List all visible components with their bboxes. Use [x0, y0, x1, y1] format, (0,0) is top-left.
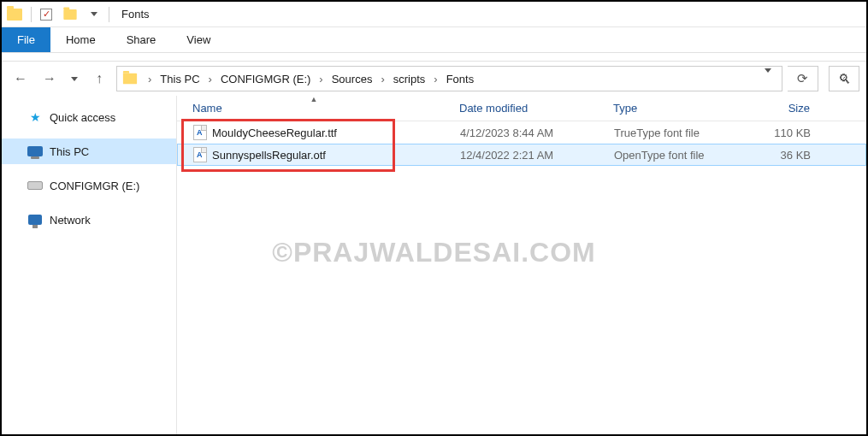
app-folder-icon	[7, 9, 22, 21]
arrow-up-icon: ↑	[96, 71, 103, 86]
qat-customize-button[interactable]	[85, 5, 103, 24]
star-icon: ★	[27, 110, 43, 124]
file-type: TrueType font file	[605, 127, 738, 139]
forward-button[interactable]: →	[38, 67, 62, 91]
separator	[31, 7, 32, 22]
sidebar-item-network[interactable]: Network	[2, 207, 176, 233]
up-button[interactable]: ↑	[87, 67, 111, 91]
crumb-scripts[interactable]: scripts	[390, 73, 429, 85]
recent-locations-button[interactable]	[67, 67, 82, 91]
file-size: 110 KB	[738, 127, 819, 139]
sort-asc-icon: ▲	[310, 95, 318, 103]
file-date: 4/12/2023 8:44 AM	[452, 127, 605, 139]
crumb-fonts[interactable]: Fonts	[443, 73, 478, 85]
ribbon-tabs: File Home Share View	[2, 27, 866, 53]
checkbox-icon: ✓	[40, 9, 52, 21]
explorer-window: ✓ Fonts File Home Share View ← → ↑ › Thi…	[0, 0, 868, 436]
sidebar-item-label: Network	[50, 214, 91, 227]
network-icon	[27, 213, 43, 227]
sidebar-item-label: Quick access	[50, 111, 115, 124]
tab-file[interactable]: File	[2, 27, 50, 52]
file-list-pane: Name ▲ Date modified Type Size MouldyChe…	[177, 96, 866, 434]
file-date: 12/4/2022 2:21 AM	[452, 149, 605, 162]
arrow-right-icon: →	[43, 71, 56, 86]
sidebar-item-drive[interactable]: CONFIGMGR (E:)	[2, 173, 176, 198]
file-type: OpenType font file	[605, 149, 738, 162]
search-button[interactable]: 🔍︎	[829, 66, 859, 91]
tab-home[interactable]: Home	[50, 27, 111, 52]
sidebar-item-label: CONFIGMGR (E:)	[50, 180, 139, 192]
col-size[interactable]: Size	[737, 96, 818, 121]
col-date[interactable]: Date modified	[451, 96, 605, 121]
arrow-left-icon: ←	[14, 71, 27, 86]
crumb-sep-icon[interactable]: ›	[379, 73, 386, 85]
pc-icon	[27, 144, 43, 158]
navigation-pane: ★ Quick access This PC CONFIGMGR (E:) Ne…	[2, 96, 177, 434]
address-bar[interactable]: › This PC › CONFIGMGR (E:) › Sources › s…	[116, 66, 782, 91]
crumb-sep-icon[interactable]: ›	[207, 73, 214, 85]
back-button[interactable]: ←	[9, 67, 32, 91]
chevron-down-icon	[91, 12, 97, 16]
crumb-sources[interactable]: Sources	[328, 73, 376, 85]
window-title: Fonts	[121, 8, 150, 21]
table-row[interactable]: SunnyspellsRegular.otf 12/4/2022 2:21 AM…	[177, 144, 866, 166]
col-name[interactable]: Name ▲	[177, 96, 451, 121]
separator	[109, 7, 109, 22]
sidebar-item-label: This PC	[50, 145, 89, 158]
crumb-drive[interactable]: CONFIGMGR (E:)	[217, 73, 314, 85]
ribbon-collapsed-bar	[2, 53, 866, 62]
sidebar-item-this-pc[interactable]: This PC	[2, 138, 176, 164]
chevron-down-icon	[71, 77, 78, 81]
table-row[interactable]: MouldyCheeseRegular.ttf 4/12/2023 8:44 A…	[177, 121, 866, 144]
refresh-icon: ⟳	[797, 71, 808, 86]
tab-view[interactable]: View	[171, 27, 226, 52]
font-file-icon	[193, 147, 207, 162]
sidebar-item-quick-access[interactable]: ★ Quick access	[2, 104, 176, 130]
address-dropdown[interactable]	[758, 73, 778, 85]
body: ★ Quick access This PC CONFIGMGR (E:) Ne…	[2, 96, 866, 434]
column-headers: Name ▲ Date modified Type Size	[177, 96, 866, 121]
crumb-sep-icon[interactable]: ›	[432, 73, 439, 85]
file-size: 36 KB	[738, 149, 819, 162]
crumb-this-pc[interactable]: This PC	[156, 73, 203, 85]
chevron-down-icon	[765, 68, 771, 85]
file-name: MouldyCheeseRegular.ttf	[212, 127, 337, 139]
file-name: SunnyspellsRegular.otf	[212, 149, 326, 162]
qat-properties-button[interactable]: ✓	[37, 5, 56, 24]
col-name-label: Name	[192, 102, 222, 115]
titlebar: ✓ Fonts	[2, 2, 866, 27]
drive-icon	[27, 179, 43, 192]
address-folder-icon	[123, 74, 137, 85]
tab-share[interactable]: Share	[111, 27, 172, 52]
qat-newfolder-icon[interactable]	[63, 9, 76, 20]
file-rows: MouldyCheeseRegular.ttf 4/12/2023 8:44 A…	[177, 121, 866, 166]
crumb-sep-icon[interactable]: ›	[317, 73, 324, 85]
crumb-sep-icon[interactable]: ›	[146, 73, 153, 85]
refresh-button[interactable]: ⟳	[788, 66, 818, 91]
nav-row: ← → ↑ › This PC › CONFIGMGR (E:) › Sourc…	[2, 62, 866, 96]
search-icon: 🔍︎	[838, 72, 851, 86]
font-file-icon	[193, 125, 207, 140]
col-type[interactable]: Type	[605, 96, 737, 121]
